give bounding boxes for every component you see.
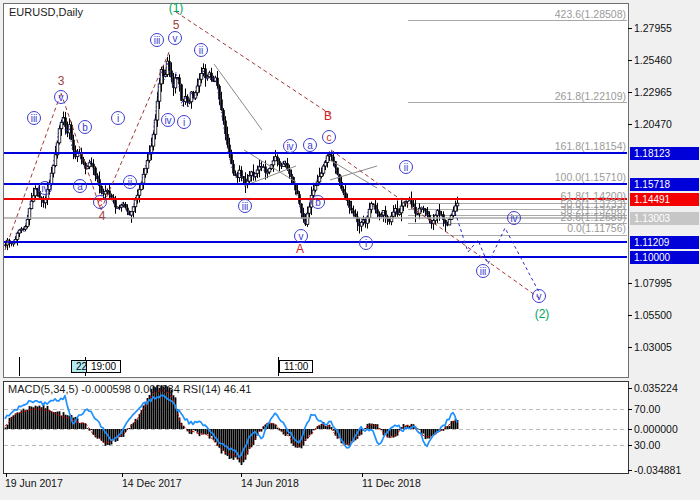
trading-chart-window: EURUSD,Daily MACD(5,34,5) -0.000598 0.00… — [0, 0, 700, 500]
chart-canvas[interactable] — [0, 0, 700, 500]
